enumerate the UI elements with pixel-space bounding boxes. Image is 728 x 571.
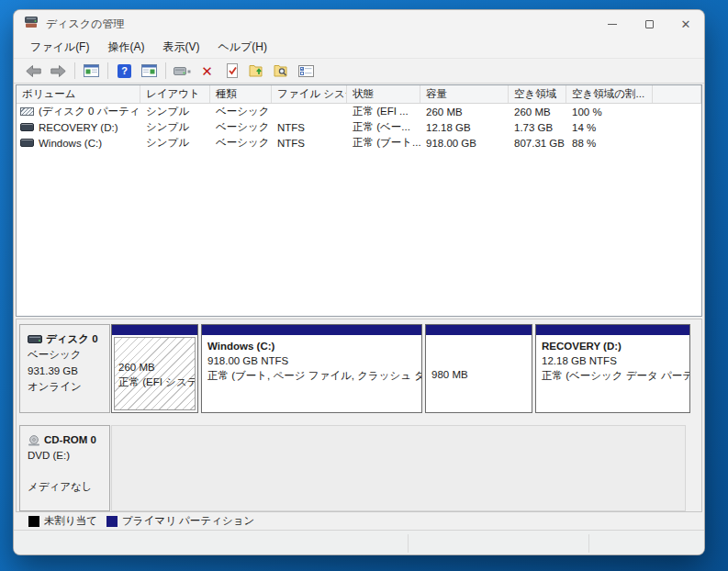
volume-free-space: 807.31 GB	[509, 138, 566, 149]
check-document-button[interactable]	[219, 61, 244, 82]
cdrom-name: CD-ROM 0	[44, 432, 96, 448]
console-tree-button[interactable]	[79, 61, 104, 82]
legend-label: プライマリ パーティション	[122, 514, 254, 528]
disk0-status: オンライン	[28, 379, 107, 395]
properties-button[interactable]	[294, 61, 319, 82]
volume-type: ベーシック	[210, 120, 272, 134]
forward-icon	[50, 65, 66, 77]
graphical-view: ディスク 0 ベーシック 931.39 GB オンライン 260 MB 正常 (…	[16, 319, 702, 512]
primary-partition-band	[202, 325, 421, 335]
open-folder-button[interactable]	[244, 61, 269, 82]
volume-icon	[20, 139, 34, 147]
search-folder-icon	[274, 64, 289, 78]
unallocated-swatch-icon	[28, 516, 39, 527]
help-button[interactable]: ?	[112, 61, 137, 82]
cdrom-drive-letter: DVD (E:)	[28, 448, 107, 464]
volume-type: ベーシック	[210, 136, 272, 150]
window-title: ディスクの管理	[46, 17, 124, 32]
properties-icon	[298, 65, 314, 77]
forward-button[interactable]	[46, 61, 71, 82]
disk0-header[interactable]: ディスク 0 ベーシック 931.39 GB オンライン	[19, 324, 110, 413]
cdrom-header[interactable]: CD-ROM 0 DVD (E:) メディアなし	[19, 425, 110, 511]
minimize-button[interactable]	[594, 10, 631, 38]
volume-free-percent: 88 %	[566, 138, 653, 149]
volume-name: RECOVERY (D:)	[39, 122, 118, 133]
cdrom-row: CD-ROM 0 DVD (E:) メディアなし	[19, 425, 686, 511]
partition-efi[interactable]: 260 MB 正常 (EFI システム	[111, 324, 198, 413]
primary-partition-band	[426, 325, 532, 335]
disk-icon	[28, 335, 42, 343]
volume-row-recovery[interactable]: RECOVERY (D:) シンプル ベーシック NTFS 正常 (ベー... …	[17, 119, 701, 135]
column-header-free-percent[interactable]: 空き領域の割...	[566, 85, 653, 103]
volume-free-space: 1.73 GB	[509, 122, 566, 133]
volume-layout: シンプル	[140, 136, 210, 150]
remote-computer-button[interactable]	[170, 61, 195, 82]
partition-windows-c[interactable]: Windows (C:) 918.00 GB NTFS 正常 (ブート, ページ…	[201, 324, 422, 413]
search-folder-button[interactable]	[269, 61, 294, 82]
cdrom-icon	[28, 435, 40, 446]
volume-status: 正常 (ブート...	[347, 136, 420, 150]
column-header-volume[interactable]: ボリューム	[17, 85, 140, 103]
volume-capacity: 12.18 GB	[420, 122, 509, 133]
volume-free-percent: 14 %	[566, 122, 653, 133]
back-icon	[26, 65, 41, 77]
column-header-layout[interactable]: レイアウト	[140, 85, 210, 103]
primary-partition-band	[112, 325, 197, 335]
volume-capacity: 918.00 GB	[420, 138, 509, 149]
volume-capacity: 260 MB	[420, 106, 509, 118]
menu-file[interactable]: ファイル(F)	[21, 38, 98, 58]
close-icon: ✕	[681, 18, 691, 30]
partition-recovery-d[interactable]: RECOVERY (D:) 12.18 GB NTFS 正常 (ベーシック デー…	[535, 324, 690, 413]
check-document-icon	[226, 63, 239, 78]
column-header-free-space[interactable]: 空き領域	[509, 85, 566, 103]
toolbar: ? ✕	[14, 58, 704, 84]
remote-computer-icon	[174, 65, 191, 77]
status-bar	[14, 530, 704, 555]
back-button[interactable]	[21, 61, 46, 82]
volume-list: ボリューム レイアウト 種類 ファイル システム 状態 容量 空き領域 空き領域…	[16, 84, 702, 317]
menu-view[interactable]: 表示(V)	[153, 38, 208, 58]
volume-filesystem: NTFS	[272, 138, 347, 149]
toolbar-separator	[165, 62, 166, 79]
action-pane-icon	[141, 64, 157, 77]
column-header-filesystem[interactable]: ファイル システム	[272, 85, 347, 103]
partition-status: 正常 (EFI システム	[118, 375, 193, 389]
menu-help[interactable]: ヘルプ(H)	[208, 38, 276, 58]
status-bar-divider	[408, 534, 409, 553]
minimize-icon	[608, 24, 617, 25]
volume-name: Windows (C:)	[39, 138, 102, 149]
disk0-name: ディスク 0	[46, 331, 98, 347]
menu-bar: ファイル(F) 操作(A) 表示(V) ヘルプ(H)	[14, 38, 704, 58]
title-bar[interactable]: ディスクの管理 ✕	[14, 10, 704, 38]
volume-list-header: ボリューム レイアウト 種類 ファイル システム 状態 容量 空き領域 空き領域…	[17, 85, 701, 104]
partition-980mb[interactable]: 980 MB	[425, 324, 532, 413]
partition-size: 918.00 GB NTFS	[207, 353, 420, 368]
partition-name: Windows (C:)	[207, 339, 420, 353]
volume-status: 正常 (ベー...	[347, 120, 420, 134]
delete-volume-button[interactable]: ✕	[195, 61, 219, 82]
action-pane-button[interactable]	[137, 61, 162, 82]
close-button[interactable]: ✕	[667, 10, 704, 38]
console-tree-icon	[84, 64, 99, 77]
partition-size: 980 MB	[431, 367, 468, 382]
column-header-capacity[interactable]: 容量	[420, 85, 509, 103]
volume-row-windows[interactable]: Windows (C:) シンプル ベーシック NTFS 正常 (ブート... …	[17, 135, 701, 151]
maximize-button[interactable]	[631, 10, 667, 38]
cdrom-empty-track[interactable]	[111, 425, 686, 511]
maximize-icon	[645, 20, 654, 28]
cdrom-media-status: メディアなし	[28, 479, 107, 495]
column-header-status[interactable]: 状態	[347, 85, 420, 103]
menu-action[interactable]: 操作(A)	[98, 38, 153, 58]
legend-bar: 未割り当て プライマリ パーティション	[16, 512, 702, 530]
volume-row-efi[interactable]: (ディスク 0 パーティシ... シンプル ベーシック 正常 (EFI ... …	[17, 104, 701, 119]
partition-name: RECOVERY (D:)	[542, 339, 688, 353]
primary-partition-swatch-icon	[106, 516, 118, 527]
volume-type: ベーシック	[210, 105, 272, 118]
column-header-blank[interactable]	[653, 85, 701, 103]
disk0-size: 931.39 GB	[28, 364, 107, 379]
legend-unallocated: 未割り当て	[28, 514, 97, 528]
column-header-type[interactable]: 種類	[210, 85, 272, 103]
volume-filesystem: NTFS	[272, 122, 347, 133]
disk0-row: ディスク 0 ベーシック 931.39 GB オンライン 260 MB 正常 (…	[19, 324, 686, 413]
volume-free-space: 260 MB	[509, 106, 566, 118]
